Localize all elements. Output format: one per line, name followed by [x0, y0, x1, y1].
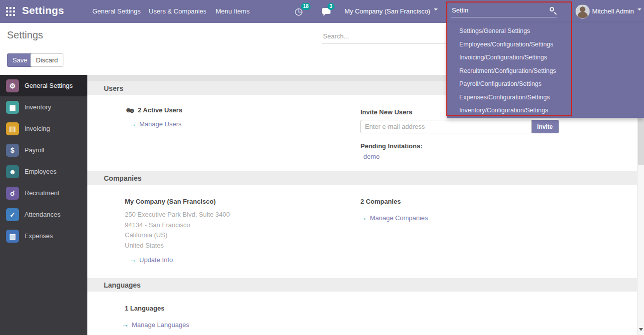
pending-invitations-label: Pending Invitations:	[360, 142, 422, 150]
sidebar-item-invoicing[interactable]: ▤ Invoicing	[0, 118, 87, 139]
address-line: United States	[125, 241, 230, 251]
sidebar-item-label: Recruitment	[24, 189, 59, 197]
settings-search-input[interactable]	[322, 29, 447, 44]
arrow-right-icon	[129, 120, 136, 128]
avatar[interactable]	[576, 4, 590, 18]
link-label: Manage Companies	[370, 214, 428, 222]
sidebar-item-attendances[interactable]: ✓ Attendances	[0, 204, 87, 225]
breadcrumb-title: Settings	[7, 29, 43, 41]
address-line: 94134 - San Francisco	[125, 220, 230, 231]
invoice-icon: ▤	[6, 122, 19, 135]
company-switcher[interactable]: My Company (San Francisco)	[344, 7, 438, 15]
sidebar-item-employees[interactable]: ☻ Employees	[0, 161, 87, 182]
payroll-icon: $	[6, 144, 19, 157]
invite-new-users-label: Invite New Users	[360, 108, 412, 116]
menu-search	[451, 3, 557, 17]
section-header-companies: Companies	[87, 171, 637, 185]
app-title: Settings	[22, 4, 64, 16]
search-suggestion[interactable]: Inventory/Configuration/Settings	[447, 104, 644, 117]
search-suggestion[interactable]: Settings/General Settings	[447, 24, 644, 38]
sidebar-item-label: Attendances	[24, 211, 60, 218]
sidebar-item-label: Invoicing	[24, 125, 50, 132]
search-suggestion[interactable]: Invoicing/Configuration/Settings	[447, 51, 644, 64]
active-users-count: 2 Active Users	[138, 106, 182, 114]
invite-group: Invite	[360, 120, 559, 133]
activity-badge: 18	[301, 3, 311, 10]
user-menu[interactable]: Mitchell Admin	[592, 7, 642, 15]
link-label: Manage Users	[139, 120, 182, 128]
menu-search-dropdown: Settings/General Settings Employees/Conf…	[447, 23, 644, 118]
invite-email-input[interactable]	[360, 120, 532, 133]
sidebar-item-label: Payroll	[24, 146, 44, 154]
sidebar-item-recruitment[interactable]: ☌ Recruitment	[0, 182, 87, 204]
search-suggestion[interactable]: Payroll/Configuration/Settings	[447, 77, 644, 91]
manage-companies-link[interactable]: Manage Companies	[360, 214, 428, 222]
arrow-right-icon	[122, 321, 129, 329]
section-companies: My Company (San Francisco) 250 Executive…	[87, 185, 637, 278]
company-name: My Company (San Francisco)	[125, 198, 216, 205]
company-switcher-label: My Company (San Francisco)	[344, 7, 430, 15]
sidebar-item-label: General Settings	[24, 82, 73, 89]
sidebar-item-expenses[interactable]: ▥ Expenses	[0, 225, 87, 247]
manage-users-link[interactable]: Manage Users	[129, 120, 182, 128]
arrow-right-icon	[360, 214, 367, 222]
section-languages: 1 Languages Manage Languages	[87, 292, 637, 335]
manage-languages-link[interactable]: Manage Languages	[122, 321, 189, 329]
users-icon: ☻	[125, 106, 138, 114]
inventory-icon: ▦	[6, 101, 19, 114]
apps-menu-icon[interactable]	[6, 7, 15, 16]
address-line: 250 Executive Park Blvd, Suite 3400	[125, 210, 230, 220]
settings-sidebar: ⚙ General Settings ▦ Inventory ▤ Invoici…	[0, 75, 87, 335]
search-suggestion[interactable]: Recruitment/Configuration/Settings	[447, 64, 644, 78]
nav-item-menu-items[interactable]: Menu Items	[216, 7, 250, 15]
scrollbar-down-arrow-icon[interactable]	[639, 328, 643, 333]
link-label: Manage Languages	[132, 321, 189, 329]
settings-search	[322, 29, 447, 44]
sidebar-item-label: Inventory	[24, 103, 51, 111]
pending-user-link[interactable]: demo	[363, 153, 380, 160]
active-users-row: ☻ 2 Active Users	[125, 106, 182, 114]
sidebar-item-label: Expenses	[24, 232, 53, 240]
caret-down-icon	[434, 8, 438, 12]
languages-count: 1 Languages	[125, 305, 164, 312]
recruitment-icon: ☌	[6, 187, 19, 200]
companies-count: 2 Companies	[360, 198, 401, 205]
search-icon[interactable]	[550, 7, 554, 11]
arrow-right-icon	[129, 256, 136, 264]
top-navbar: Settings General Settings Users & Compan…	[0, 0, 644, 23]
invite-button[interactable]: Invite	[532, 120, 559, 133]
search-suggestion[interactable]: Employees/Configuration/Settings	[447, 38, 644, 51]
sidebar-item-payroll[interactable]: $ Payroll	[0, 139, 87, 161]
user-name: Mitchell Admin	[592, 7, 634, 15]
gear-icon: ⚙	[6, 79, 19, 92]
employees-icon: ☻	[6, 165, 19, 178]
section-header-languages: Languages	[87, 278, 637, 292]
update-info-link[interactable]: Update Info	[129, 256, 173, 264]
caret-down-icon	[638, 8, 642, 12]
save-button[interactable]: Save	[7, 53, 33, 67]
nav-item-general-settings[interactable]: General Settings	[92, 7, 141, 15]
messages-badge: 3	[327, 3, 334, 10]
nav-item-users-companies[interactable]: Users & Companies	[149, 7, 207, 15]
sidebar-item-general-settings[interactable]: ⚙ General Settings	[0, 75, 87, 96]
expenses-icon: ▥	[6, 230, 19, 243]
address-line: California (US)	[125, 230, 230, 241]
company-address: 250 Executive Park Blvd, Suite 3400 9413…	[125, 210, 230, 251]
search-suggestion[interactable]: Expenses/Configuration/Settings	[447, 91, 644, 104]
link-label: Update Info	[139, 256, 173, 264]
sidebar-item-label: Employees	[24, 168, 56, 175]
sidebar-item-inventory[interactable]: ▦ Inventory	[0, 96, 87, 118]
discard-button[interactable]: Discard	[30, 53, 63, 67]
scrollbar-thumb[interactable]	[638, 118, 644, 165]
attendances-icon: ✓	[6, 208, 19, 221]
menu-search-input[interactable]	[451, 3, 557, 17]
